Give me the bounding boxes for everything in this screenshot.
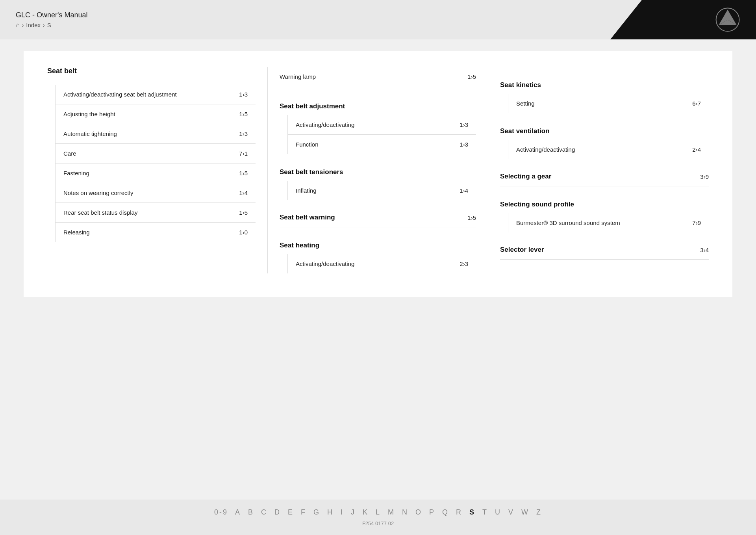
alpha-N[interactable]: N <box>402 508 408 516</box>
seat-ventilation-items: Activating/deactivating 2›4 <box>508 140 709 159</box>
list-item[interactable]: Activating/deactivating 2›4 <box>508 140 709 159</box>
breadcrumb-sep-2: › <box>43 22 45 28</box>
alpha-E[interactable]: E <box>288 508 294 516</box>
mercedes-logo <box>715 7 740 32</box>
alpha-G[interactable]: G <box>313 508 320 516</box>
seat-belt-heading: Seat belt <box>47 67 256 78</box>
selecting-sound-profile-items: Burmester® 3D surround sound system 7›9 <box>508 213 709 232</box>
manual-title: GLC - Owner's Manual <box>16 11 88 19</box>
list-item[interactable]: Care 7›1 <box>56 144 256 163</box>
seat-kinetics-heading: Seat kinetics <box>500 76 709 94</box>
col-right: Seat kinetics Setting 6›7 Seat ventilati… <box>488 67 709 273</box>
breadcrumb-current: S <box>47 22 51 28</box>
list-item[interactable]: Rear seat belt status display 1›5 <box>56 203 256 223</box>
col-middle: Warning lamp 1›5 Seat belt adjustment Ac… <box>268 67 488 273</box>
selecting-gear-item[interactable]: Selecting a gear 3›9 <box>500 167 709 186</box>
document-code: F254 0177 02 <box>362 520 394 526</box>
warning-lamp-item[interactable]: Warning lamp 1›5 <box>280 67 476 83</box>
header-left: GLC - Owner's Manual ⌂ › Index › S <box>16 11 88 29</box>
seat-belt-warning-item[interactable]: Seat belt warning 1›5 <box>280 208 476 227</box>
alpha-B[interactable]: B <box>248 508 254 516</box>
list-item[interactable]: Notes on wearing correctly 1›4 <box>56 183 256 203</box>
index-columns: Seat belt Activating/deactivating seat b… <box>47 67 709 273</box>
list-item[interactable]: Releasing 1›0 <box>56 223 256 242</box>
list-item[interactable]: Burmester® 3D surround sound system 7›9 <box>508 213 709 232</box>
alpha-R[interactable]: R <box>456 508 462 516</box>
list-item[interactable]: Inflating 1›4 <box>288 181 476 200</box>
seat-heating-heading: Seat heating <box>280 237 476 254</box>
alpha-T[interactable]: T <box>482 508 488 516</box>
seat-belt-tensioners-items: Inflating 1›4 <box>287 181 476 200</box>
seat-belt-adjustment-heading: Seat belt adjustment <box>280 98 476 115</box>
selecting-sound-profile-heading: Selecting sound profile <box>500 196 709 213</box>
alpha-Z[interactable]: Z <box>536 508 542 516</box>
alpha-A[interactable]: A <box>235 508 241 516</box>
alpha-K[interactable]: K <box>363 508 369 516</box>
col-seat-belt: Seat belt Activating/deactivating seat b… <box>47 67 268 273</box>
list-item[interactable]: Adjusting the height 1›5 <box>56 104 256 124</box>
alpha-F[interactable]: F <box>301 508 306 516</box>
seat-ventilation-heading: Seat ventilation <box>500 123 709 140</box>
list-item[interactable]: Activating/deactivating 2›3 <box>288 254 476 273</box>
alpha-J[interactable]: J <box>351 508 356 516</box>
seat-belt-tensioners-heading: Seat belt tensioners <box>280 163 476 181</box>
home-icon[interactable]: ⌂ <box>16 22 20 29</box>
main-content: Seat belt Activating/deactivating seat b… <box>24 51 732 297</box>
alpha-W[interactable]: W <box>521 508 529 516</box>
alpha-P[interactable]: P <box>429 508 435 516</box>
list-item[interactable]: Activating/deactivating seat belt adjust… <box>56 85 256 104</box>
list-item[interactable]: Function 1›3 <box>288 135 476 154</box>
list-item[interactable]: Setting 6›7 <box>508 94 709 113</box>
header-logo <box>610 0 756 39</box>
list-item[interactable]: Activating/deactivating 1›3 <box>288 115 476 135</box>
seat-kinetics-items: Setting 6›7 <box>508 94 709 113</box>
alpha-M[interactable]: M <box>388 508 395 516</box>
alpha-U[interactable]: U <box>495 508 501 516</box>
seat-heating-items: Activating/deactivating 2›3 <box>287 254 476 273</box>
list-item[interactable]: Fastening 1›5 <box>56 163 256 183</box>
alphabet-nav: 0-9 A B C D E F G H I J K L M N O P Q R … <box>214 508 542 516</box>
alpha-S-active[interactable]: S <box>469 508 475 516</box>
alpha-L[interactable]: L <box>376 508 381 516</box>
footer: 0-9 A B C D E F G H I J K L M N O P Q R … <box>0 500 756 535</box>
seat-belt-items: Activating/deactivating seat belt adjust… <box>55 85 256 242</box>
alpha-I[interactable]: I <box>341 508 344 516</box>
alpha-O[interactable]: O <box>415 508 422 516</box>
breadcrumb-sep-1: › <box>22 22 24 28</box>
seat-belt-adjustment-items: Activating/deactivating 1›3 Function 1›3 <box>287 115 476 154</box>
alpha-V[interactable]: V <box>508 508 514 516</box>
breadcrumb-index[interactable]: Index <box>26 22 41 28</box>
selector-lever-item[interactable]: Selector lever 3›4 <box>500 240 709 260</box>
alpha-09[interactable]: 0-9 <box>214 508 228 516</box>
alpha-Q[interactable]: Q <box>442 508 449 516</box>
alpha-C[interactable]: C <box>261 508 267 516</box>
header: GLC - Owner's Manual ⌂ › Index › S <box>0 0 756 39</box>
alpha-H[interactable]: H <box>327 508 334 516</box>
list-item[interactable]: Automatic tightening 1›3 <box>56 124 256 144</box>
alpha-D[interactable]: D <box>274 508 281 516</box>
breadcrumb: ⌂ › Index › S <box>16 22 88 29</box>
